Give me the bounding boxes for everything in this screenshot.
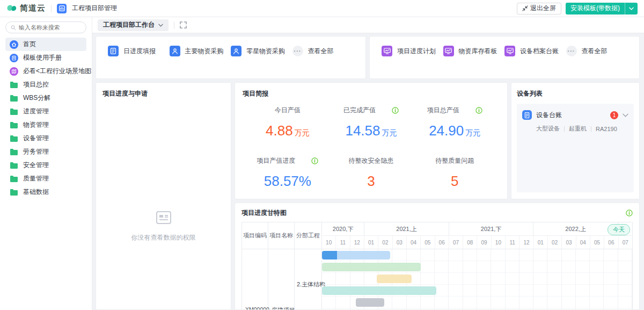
install-template-button[interactable]: 安装模板(带数据) xyxy=(566,3,625,15)
quick-action-item[interactable]: 设备档案台账 xyxy=(504,46,566,56)
sidebar-item-label: WBS分解 xyxy=(23,93,50,103)
panel-progress-apply: 项目进度与申请 你没有查看数据的权限 xyxy=(96,82,231,310)
gantt-task-bar[interactable] xyxy=(377,275,411,283)
brand-logo[interactable]: 简道云 xyxy=(6,3,46,13)
quick-action-label: 项目进度计划 xyxy=(397,47,436,56)
gantt-body-col-section: 2.主体结构 xyxy=(295,249,322,309)
sidebar-item[interactable]: 首页 xyxy=(5,38,86,51)
quick-action-item[interactable]: 项目进度计划 xyxy=(382,46,443,56)
device-card: 设备台账 1 大型设备起重机RA2190 xyxy=(517,104,634,192)
gantt-task-bar[interactable] xyxy=(322,263,421,271)
folder-icon xyxy=(10,134,18,143)
device-ledger-row[interactable]: 设备台账 1 xyxy=(522,110,628,120)
gantt-task-bar[interactable] xyxy=(322,286,436,295)
sidebar-search[interactable] xyxy=(5,21,86,33)
metric-unit: 万元 xyxy=(295,125,310,140)
sidebar-item[interactable]: 必看<工程行业场景地图> xyxy=(5,64,86,78)
gantt-col-header-code: 项目编码 xyxy=(242,222,268,249)
gantt-task-progress xyxy=(322,251,337,259)
info-icon[interactable] xyxy=(626,210,633,217)
sidebar-item-label: 劳务管理 xyxy=(23,147,49,156)
gantt-month-tick: 03 xyxy=(562,236,576,249)
sidebar-item-label: 项目总控 xyxy=(23,80,49,89)
quick-action-label: 设备档案台账 xyxy=(520,47,559,56)
app-window: 简道云 工程项目部管理 退出全屏 安装模板(带数据) xyxy=(0,0,644,310)
panel-briefing: 项目简报 今日产值4.88万元已完成产值14.58万元项目总产值24.90万元项… xyxy=(235,82,508,199)
app-title: 工程项目部管理 xyxy=(72,4,117,13)
folder-icon xyxy=(10,161,18,170)
metric-value: 4.88 xyxy=(266,123,293,138)
gantt-month-tick: 12 xyxy=(519,236,533,249)
gantt-month-tick: 03 xyxy=(393,236,407,249)
exit-fullscreen-icon xyxy=(522,5,528,11)
search-input[interactable] xyxy=(19,24,81,31)
workspace-toolbar: 工程项目部工作台 xyxy=(92,17,644,33)
device-ledger-name: 设备台账 xyxy=(536,111,562,120)
gantt-month-tick: 04 xyxy=(576,236,590,249)
gantt-month-tick: 05 xyxy=(590,236,604,249)
quick-action-label: 零星物资采购 xyxy=(246,47,285,56)
chevron-down-icon xyxy=(158,24,163,27)
today-button[interactable]: 今天 xyxy=(608,224,630,235)
sidebar-item[interactable]: WBS分解 xyxy=(5,91,86,105)
sidebar-item[interactable]: 基础数据 xyxy=(5,185,86,199)
gantt-month-tick: 04 xyxy=(407,236,421,249)
manual-icon xyxy=(10,54,18,62)
empty-state-text: 你没有查看数据的权限 xyxy=(96,233,231,242)
info-icon[interactable] xyxy=(392,107,399,114)
form-icon xyxy=(108,46,119,56)
quick-action-item[interactable]: 日进度填报 xyxy=(108,46,170,56)
sidebar-item[interactable]: 物资管理 xyxy=(5,118,86,132)
home-icon xyxy=(10,40,18,49)
app-badge-icon xyxy=(57,4,67,13)
gantt-period-header: 2022,上 xyxy=(533,222,618,235)
folder-icon xyxy=(10,188,18,197)
metric-label: 项目总产值 xyxy=(427,106,459,115)
fullscreen-expand-icon[interactable] xyxy=(180,21,187,28)
sidebar-item[interactable]: 进度管理 xyxy=(5,105,86,118)
gantt-month-tick: 12 xyxy=(350,236,364,249)
info-icon[interactable] xyxy=(311,157,318,164)
gantt-month-tick: 06 xyxy=(604,236,618,249)
gantt-month-tick: 01 xyxy=(534,236,548,249)
section-name: 2.主体结构 xyxy=(297,280,325,289)
chevron-down-icon[interactable] xyxy=(623,113,628,117)
person-icon xyxy=(231,46,241,56)
gantt-month-tick: 10 xyxy=(492,236,506,249)
gantt-month-tick: 08 xyxy=(463,236,477,249)
sidebar-item[interactable]: 模板使用手册 xyxy=(5,51,86,64)
sidebar-item[interactable]: 质量管理 xyxy=(5,172,86,185)
quick-action-view-all[interactable]: ···查看全部 xyxy=(292,46,354,56)
panel-title: 项目进度与申请 xyxy=(103,89,224,98)
sidebar-item[interactable]: 劳务管理 xyxy=(5,145,86,158)
gantt-month-tick: 07 xyxy=(619,236,632,249)
quick-action-label: 主要物资采购 xyxy=(185,47,224,56)
header-actions: 退出全屏 安装模板(带数据) xyxy=(517,3,638,15)
metric: 待整质量问题5 xyxy=(413,156,496,189)
no-data-document-icon xyxy=(156,211,172,225)
metrics-grid: 今日产值4.88万元已完成产值14.58万元项目总产值24.90万元项目产值进度… xyxy=(243,98,500,189)
info-icon[interactable] xyxy=(475,107,482,114)
exit-fullscreen-button[interactable]: 退出全屏 xyxy=(517,3,561,15)
brand-name: 简道云 xyxy=(20,3,46,13)
sidebar-item-label: 首页 xyxy=(23,40,36,49)
gantt-task-bar[interactable] xyxy=(356,298,384,307)
gantt-month-tick: 05 xyxy=(421,236,435,249)
quick-action-view-all[interactable]: ···查看全部 xyxy=(566,46,628,56)
gantt-task-bar[interactable] xyxy=(322,251,390,259)
sidebar-item[interactable]: 设备管理 xyxy=(5,132,86,145)
tab-workspace[interactable]: 工程项目部工作台 xyxy=(98,19,169,31)
sidebar-item[interactable]: 项目总控 xyxy=(5,78,86,91)
metric-value: 14.58 xyxy=(345,123,380,138)
gantt-body-col-code: XM00000... xyxy=(242,249,268,309)
gantt-time-header: 2020,下2021,上2021,下2022,上 101112010203040… xyxy=(322,222,632,249)
sidebar-item[interactable]: 安全管理 xyxy=(5,158,86,172)
quick-action-item[interactable]: 零星物资采购 xyxy=(231,46,292,56)
panel-title: 设备列表 xyxy=(517,89,634,98)
install-template-caret-button[interactable] xyxy=(625,3,638,15)
device-tags: 大型设备起重机RA2190 xyxy=(536,125,628,133)
quick-action-item[interactable]: 主要物资采购 xyxy=(170,46,231,56)
folder-icon xyxy=(10,148,18,156)
sidebar-item-label: 质量管理 xyxy=(23,174,49,183)
quick-action-item[interactable]: 物资库存看板 xyxy=(443,46,505,56)
